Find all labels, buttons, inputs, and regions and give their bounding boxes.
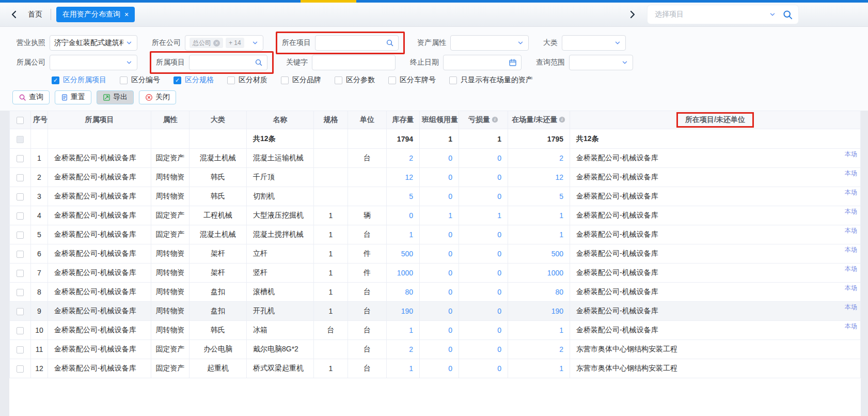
chevron-down-icon[interactable] (251, 39, 259, 47)
cell-loss[interactable]: 0 (459, 187, 508, 206)
onsite-badge-link[interactable]: 本场 (845, 226, 857, 235)
cell-loss[interactable]: 0 (459, 168, 508, 187)
cell-onsite[interactable]: 1 (508, 206, 570, 225)
distinguish-checkbox[interactable]: 区分编号 (120, 75, 160, 85)
query-scope-select[interactable] (569, 55, 633, 70)
cell-onsite[interactable]: 1 (508, 321, 570, 340)
tag-close-icon[interactable]: × (213, 40, 220, 47)
cell-team-usage[interactable]: 0 (420, 340, 459, 359)
checkbox-icon[interactable] (388, 76, 396, 84)
onsite-badge-link[interactable]: 本场 (845, 303, 857, 312)
cell-team-usage[interactable]: 0 (420, 359, 459, 378)
distinguish-checkbox[interactable]: ✓区分规格 (173, 75, 214, 85)
row-checkbox[interactable] (17, 365, 24, 373)
export-button[interactable]: 导出 (97, 90, 134, 104)
cell-team-usage[interactable]: 0 (420, 149, 459, 168)
owning-company-select[interactable] (50, 55, 137, 70)
company-located-multiselect[interactable]: 总公司 × + 14 (185, 35, 263, 51)
forward-chevron-icon[interactable] (626, 8, 639, 21)
row-checkbox[interactable] (17, 327, 24, 334)
row-checkbox[interactable] (17, 289, 24, 296)
cell-team-usage[interactable]: 0 (420, 264, 459, 283)
cell-stock[interactable]: 1000 (387, 264, 420, 283)
onsite-badge-link[interactable]: 本场 (845, 245, 857, 254)
search-icon[interactable] (782, 9, 793, 20)
row-checkbox[interactable] (17, 251, 24, 258)
row-checkbox[interactable] (17, 193, 24, 201)
cell-stock[interactable]: 500 (387, 244, 420, 264)
cell-team-usage[interactable]: 0 (420, 168, 459, 187)
cell-loss[interactable]: 0 (459, 321, 508, 340)
search-icon[interactable] (255, 58, 263, 67)
cell-team-usage[interactable]: 0 (420, 321, 459, 340)
keyword-input-wrap[interactable] (312, 55, 396, 70)
distinguish-checkbox[interactable]: 区分车牌号 (388, 75, 436, 85)
chevron-down-icon[interactable] (614, 39, 621, 47)
onsite-badge-link[interactable]: 本场 (845, 188, 857, 197)
project-select-search[interactable]: 选择项目 (648, 5, 798, 24)
back-chevron-icon[interactable] (7, 8, 21, 21)
distinguish-checkbox[interactable]: 只显示有在场量的资产 (449, 75, 533, 85)
cell-team-usage[interactable]: 0 (420, 283, 459, 302)
cell-team-usage[interactable]: 0 (420, 225, 459, 244)
row-checkbox[interactable] (17, 346, 24, 353)
business-license-select[interactable]: 济宁金虹装配式建筑科技 (50, 35, 137, 51)
cell-stock[interactable]: 2 (387, 149, 420, 168)
cell-loss[interactable]: 0 (459, 283, 508, 302)
calendar-icon[interactable] (509, 58, 517, 67)
cell-team-usage[interactable]: 0 (420, 302, 459, 321)
chevron-down-icon[interactable] (125, 39, 133, 47)
cell-stock[interactable]: 80 (387, 283, 420, 302)
cell-onsite[interactable]: 500 (508, 244, 570, 264)
cell-stock[interactable]: 12 (387, 168, 420, 187)
cell-stock[interactable]: 5 (387, 187, 420, 206)
onsite-badge-link[interactable]: 本场 (845, 169, 857, 178)
onsite-badge-link[interactable]: 本场 (845, 322, 857, 331)
checkbox-icon[interactable] (335, 76, 342, 84)
cell-stock[interactable]: 1 (387, 359, 420, 378)
cell-team-usage[interactable]: 1 (420, 206, 459, 225)
chevron-down-icon[interactable] (769, 11, 776, 18)
owning-project-input[interactable] (194, 56, 255, 69)
onsite-badge-link[interactable]: 本场 (845, 207, 857, 216)
end-date-value[interactable] (448, 56, 509, 69)
asset-attribute-select[interactable] (450, 35, 529, 51)
project-located-search-input[interactable] (315, 35, 399, 51)
close-button[interactable]: 关闭 (139, 90, 176, 104)
cell-stock[interactable]: 2 (387, 340, 420, 359)
major-category-select[interactable] (562, 35, 626, 51)
cell-stock[interactable]: 1 (387, 321, 420, 340)
owning-project-search-input[interactable] (189, 55, 267, 70)
cell-stock[interactable]: 190 (387, 302, 420, 321)
keyword-input[interactable] (317, 56, 391, 69)
checkbox-icon[interactable]: ✓ (173, 76, 181, 84)
chevron-down-icon[interactable] (517, 39, 524, 47)
tab-home[interactable]: 首页 (21, 10, 51, 19)
cell-onsite[interactable]: 2 (508, 149, 570, 168)
cell-onsite[interactable]: 190 (508, 302, 570, 321)
cell-loss[interactable]: 0 (459, 149, 508, 168)
cell-loss[interactable]: 0 (459, 225, 508, 244)
cell-loss[interactable]: 0 (459, 302, 508, 321)
tab-active[interactable]: 在用资产分布查询 × (56, 7, 135, 22)
distinguish-checkbox[interactable]: ✓区分所属项目 (52, 75, 106, 85)
cell-onsite[interactable]: 1 (508, 225, 570, 244)
distinguish-checkbox[interactable]: 区分品牌 (281, 75, 321, 85)
onsite-badge-link[interactable]: 本场 (845, 265, 857, 273)
cell-onsite[interactable]: 1 (508, 359, 570, 378)
cell-onsite[interactable]: 12 (508, 168, 570, 187)
row-checkbox[interactable] (17, 308, 24, 315)
project-located-input[interactable] (320, 36, 386, 50)
cell-stock[interactable]: 1 (387, 225, 420, 244)
search-icon[interactable] (386, 39, 394, 47)
distinguish-checkbox[interactable]: 区分材质 (227, 75, 267, 85)
checkbox-icon[interactable] (227, 76, 235, 84)
cell-onsite[interactable]: 2 (508, 340, 570, 359)
checkbox-icon[interactable] (281, 76, 289, 84)
onsite-badge-link[interactable]: 本场 (845, 284, 857, 292)
checkbox-icon[interactable]: ✓ (52, 76, 59, 84)
end-date-input[interactable] (443, 55, 522, 70)
cell-team-usage[interactable]: 0 (420, 244, 459, 264)
row-checkbox[interactable] (17, 270, 24, 277)
row-checkbox[interactable] (17, 212, 24, 220)
